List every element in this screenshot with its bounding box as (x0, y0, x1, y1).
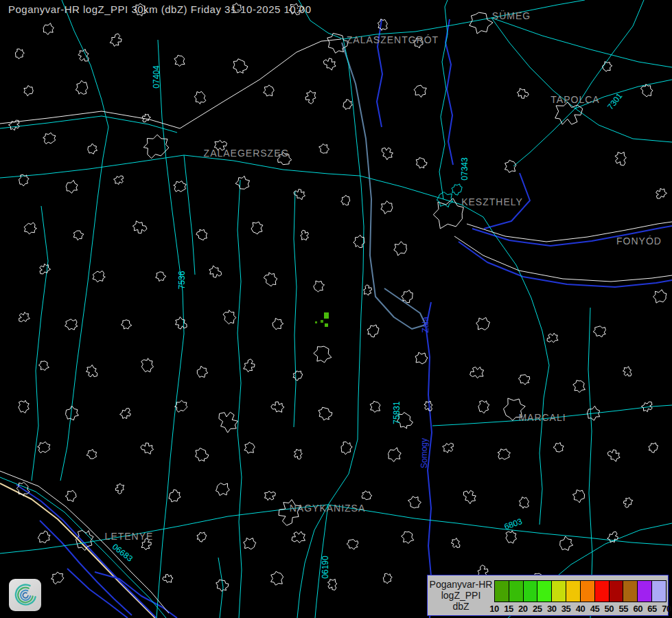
city-label: LETENYE (105, 531, 154, 542)
legend-tick-40: 40 (576, 604, 585, 614)
legend-swatch-50-55 (609, 580, 623, 602)
road-number-label: 06190 (321, 556, 330, 579)
legend-tick-35: 35 (561, 604, 570, 614)
legend-swatch-35-40 (566, 580, 580, 602)
legend-tick-65: 65 (647, 604, 656, 614)
legend-tick-45: 45 (590, 604, 599, 614)
geo-label: Somogy (419, 438, 429, 468)
city-label: MARCALI (518, 412, 566, 423)
legend-swatch-20-25 (523, 580, 537, 602)
legend-swatch-15-20 (509, 580, 523, 602)
legend-swatch-25-30 (537, 580, 551, 602)
city-label: KESZTHELY (461, 196, 523, 207)
legend-unit-label: dbZ (452, 601, 469, 612)
legend-tick-70: 70 (662, 604, 671, 614)
radar-echo (324, 312, 329, 319)
legend-swatch-60-65 (637, 580, 651, 602)
legend-tick-10: 10 (489, 604, 498, 614)
road-number-label: 75831 (392, 401, 402, 424)
city-label: SÜMEG (492, 10, 531, 21)
met-service-logo (9, 579, 41, 611)
city-label: ZALAEGERSZEG (204, 148, 290, 159)
road-number-label: 07404 (152, 65, 161, 89)
legend-tick-50: 50 (605, 604, 614, 614)
radar-title: Poganyvar-HR logZ_PPI 30km (dbZ) Friday … (8, 3, 312, 15)
legend-swatch-30-35 (551, 580, 566, 602)
legend-tick-30: 30 (547, 604, 556, 614)
geo-label: Zala (421, 317, 430, 333)
radar-echo (315, 321, 317, 323)
road-number-label: 7536 (177, 271, 187, 289)
city-label: TAPOLCA (551, 94, 599, 105)
radar-screen: { "title": "Poganyvar-HR logZ_PPI 30km (… (0, 0, 672, 618)
legend-color-swatches (494, 580, 667, 602)
legend-swatch-40-45 (580, 580, 594, 602)
legend-swatch-55-60 (623, 580, 637, 602)
legend-tick-25: 25 (533, 604, 542, 614)
legend-tick-20: 20 (518, 604, 527, 614)
legend-swatch-45-50 (594, 580, 609, 602)
legend-swatch-10-15 (494, 580, 509, 602)
legend-product-label: logZ_PPI (441, 590, 481, 601)
legend-panel: Poganyvar-HR logZ_PPI dbZ 10152025303540… (427, 575, 669, 616)
city-label: FONYÓD (616, 236, 662, 247)
map-background (0, 0, 672, 618)
radar-map-canvas: ZALASZENTGRÓTSÜMEGTAPOLCAZALAEGERSZEGKES… (0, 0, 672, 618)
legend-text-block: Poganyvar-HR logZ_PPI dbZ (428, 575, 494, 615)
legend-station-label: Poganyvar-HR (430, 579, 493, 590)
legend-tick-60: 60 (633, 604, 642, 614)
city-label: NAGYKANIZSA (290, 503, 366, 514)
city-label: ZALASZENTGRÓT (347, 34, 439, 45)
road-number-label: 07343 (460, 157, 470, 181)
legend-swatch-65-70 (651, 580, 667, 602)
radar-echo (325, 323, 328, 327)
radar-echo (321, 320, 323, 323)
legend-scale-block: 10152025303540455055606570 (494, 575, 668, 615)
spiral-logo-icon (12, 582, 39, 609)
legend-tick-15: 15 (504, 604, 513, 614)
legend-tick-labels: 10152025303540455055606570 (494, 604, 667, 615)
legend-tick-55: 55 (619, 604, 628, 614)
